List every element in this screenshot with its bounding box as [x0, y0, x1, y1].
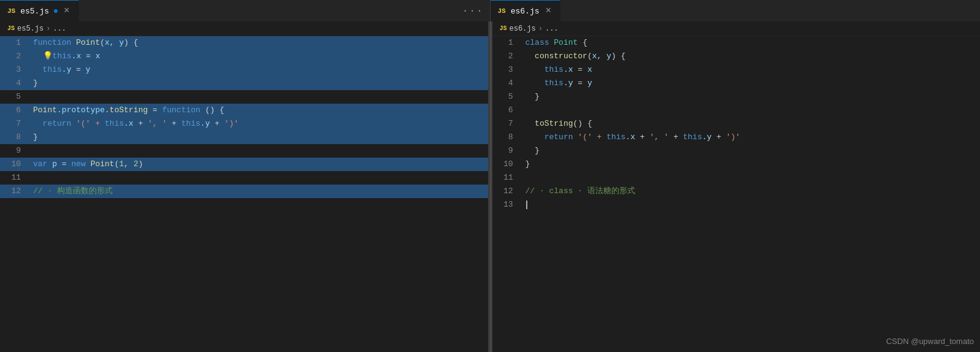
table-row: 6	[492, 104, 981, 117]
watermark: CSDN @upward_tomato	[886, 337, 974, 346]
line-content: 💡this.x = x	[31, 50, 488, 63]
line-number: 7	[0, 117, 31, 131]
line-number: 6	[0, 104, 31, 117]
breadcrumb-left: JS es5.js › ...	[0, 21, 488, 36]
table-row: 8}	[0, 131, 488, 144]
tab-js-icon: JS	[7, 7, 15, 15]
tab-spacer-left	[79, 0, 456, 21]
line-number: 10	[0, 158, 31, 171]
bc-filename-right: es6.js	[510, 25, 536, 33]
line-number: 8	[492, 131, 523, 144]
table-row: 1class Point {	[492, 36, 981, 50]
table-row: 2 💡this.x = x	[0, 50, 488, 63]
table-row: 7 return '(' + this.x + ', ' + this.y + …	[0, 117, 488, 131]
line-number: 4	[492, 77, 523, 90]
table-row: 6Point.prototype.toString = function () …	[0, 104, 488, 117]
line-number: 2	[492, 50, 523, 63]
line-content: return '(' + this.x + ', ' + this.y + ')…	[31, 117, 488, 131]
line-content: }	[523, 90, 981, 104]
bc-sep-left: ›	[46, 25, 50, 33]
tab-es6-close[interactable]: ×	[545, 6, 553, 16]
tab-es5[interactable]: JS es5.js ×	[0, 0, 79, 21]
table-row: 4 this.y = y	[492, 77, 981, 90]
tab-es6-label: es6.js	[511, 7, 540, 16]
text-cursor	[526, 201, 527, 209]
line-content: // · 构造函数的形式	[31, 185, 488, 198]
line-number: 4	[0, 77, 31, 90]
table-row: 7 toString() {	[492, 117, 981, 131]
line-content: constructor(x, y) {	[523, 50, 981, 63]
line-number: 5	[492, 90, 523, 104]
breadcrumb-right: JS es6.js › ...	[492, 21, 981, 36]
table-row: 11	[0, 171, 488, 185]
line-number: 3	[492, 63, 523, 77]
table-row: 1function Point(x, y) {	[0, 36, 488, 50]
bc-filename-left: es5.js	[17, 25, 43, 33]
line-content: }	[31, 131, 488, 144]
line-number: 11	[492, 171, 523, 185]
tab-es6[interactable]: JS es6.js ×	[491, 0, 561, 21]
bc-dots-left: ...	[53, 25, 66, 33]
table-row: 3 this.y = y	[0, 63, 488, 77]
line-content: // · class · 语法糖的形式	[523, 185, 981, 198]
editor-pane-left: JS es5.js › ... 1function Point(x, y) {2…	[0, 21, 489, 352]
line-number: 9	[0, 144, 31, 158]
line-number: 2	[0, 50, 31, 63]
tab-spacer-right	[560, 0, 980, 21]
line-number: 10	[492, 158, 523, 171]
table-row: 8 return '(' + this.x + ', ' + this.y + …	[492, 131, 981, 144]
table-row: 4}	[0, 77, 488, 90]
line-content: return '(' + this.x + ', ' + this.y + ')…	[523, 131, 981, 144]
line-content: }	[31, 77, 488, 90]
line-content: }	[523, 158, 981, 171]
line-number: 1	[492, 36, 523, 50]
line-number: 9	[492, 144, 523, 158]
line-number: 11	[0, 171, 31, 185]
line-number: 3	[0, 63, 31, 77]
line-content: this.y = y	[31, 63, 488, 77]
code-area-right[interactable]: 1class Point {2 constructor(x, y) {3 thi…	[492, 36, 981, 352]
code-area-left[interactable]: 1function Point(x, y) {2 💡this.x = x3 th…	[0, 36, 488, 352]
table-row: 3 this.x = x	[492, 63, 981, 77]
table-row: 12// · 构造函数的形式	[0, 185, 488, 198]
table-row: 10}	[492, 158, 981, 171]
tab-js-icon-right: JS	[498, 7, 506, 15]
modified-indicator	[54, 9, 58, 13]
tab-es5-label: es5.js	[20, 7, 49, 16]
line-content	[523, 198, 981, 212]
editor-container: JS es5.js › ... 1function Point(x, y) {2…	[0, 21, 980, 352]
table-row: 11	[492, 171, 981, 185]
line-content	[31, 144, 488, 158]
line-content	[523, 171, 981, 185]
line-content: toString() {	[523, 117, 981, 131]
line-content: var p = new Point(1, 2)	[31, 158, 488, 171]
tab-bar: JS es5.js × ··· JS es6.js ×	[0, 0, 980, 21]
line-content: function Point(x, y) {	[31, 36, 488, 50]
table-row: 13	[492, 198, 981, 212]
line-content: this.y = y	[523, 77, 981, 90]
line-content: this.x = x	[523, 63, 981, 77]
line-number: 5	[0, 90, 31, 104]
line-content	[31, 90, 488, 104]
line-content: }	[523, 144, 981, 158]
tab-more-button[interactable]: ···	[456, 0, 490, 21]
table-row: 5	[0, 90, 488, 104]
bc-sep-right: ›	[538, 25, 543, 33]
table-row: 10var p = new Point(1, 2)	[0, 158, 488, 171]
editor-pane-right: JS es6.js › ... 1class Point {2 construc…	[492, 21, 981, 352]
line-number: 8	[0, 131, 31, 144]
table-row: 12// · class · 语法糖的形式	[492, 185, 981, 198]
table-row: 5 }	[492, 90, 981, 104]
line-number: 6	[492, 104, 523, 117]
line-content	[31, 171, 488, 185]
line-content	[523, 104, 981, 117]
line-number: 13	[492, 198, 523, 212]
bc-js-icon-left: JS	[7, 25, 15, 32]
line-content: class Point {	[523, 36, 981, 50]
line-number: 12	[492, 185, 523, 198]
table-row: 2 constructor(x, y) {	[492, 50, 981, 63]
table-row: 9	[0, 144, 488, 158]
tab-es5-close[interactable]: ×	[62, 6, 71, 16]
bc-dots-right: ...	[545, 25, 559, 33]
line-content: Point.prototype.toString = function () {	[31, 104, 488, 117]
